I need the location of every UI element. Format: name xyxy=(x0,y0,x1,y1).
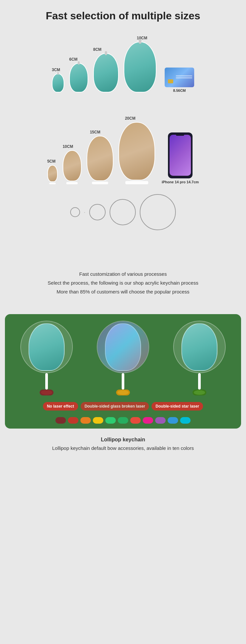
swatch-blue[interactable] xyxy=(168,417,178,424)
iphone-label: iPhone 14 pro 14.7cm xyxy=(162,180,199,184)
base-circle-2 xyxy=(89,204,106,220)
iphone-notch xyxy=(176,134,184,136)
lollipop-stick-3 xyxy=(198,373,201,390)
stand-label-20cm: 20CM xyxy=(125,116,135,121)
lollipop-images-row xyxy=(5,314,241,399)
keychain-char-8cm xyxy=(93,53,119,92)
stand-item-20cm: 20CM xyxy=(118,122,155,184)
swatch-dark-red[interactable] xyxy=(55,417,66,424)
size-item-8cm: 8CM xyxy=(93,53,119,92)
credit-card xyxy=(165,68,194,87)
stand-label-10cm: 10CM xyxy=(63,144,73,149)
bow-red xyxy=(40,390,53,395)
lollipop-glass-laser xyxy=(85,321,161,395)
effect-label-no-laser[interactable]: No laser effect xyxy=(43,402,78,411)
glass-laser-overlay xyxy=(97,321,149,372)
stand-item-10cm: 10CM xyxy=(63,150,82,184)
swatch-dark-green[interactable] xyxy=(118,417,128,424)
lollipop-char-star-laser xyxy=(181,323,217,371)
spacer-1 xyxy=(7,256,239,270)
lollipop-char-no-laser xyxy=(29,323,65,371)
swatch-red[interactable] xyxy=(68,417,78,424)
customization-section: Fast customization of various processes … xyxy=(0,247,246,309)
iphone-item: iPhone 14 pro 14.7cm xyxy=(162,132,199,184)
keychain-char-10cm xyxy=(124,42,156,92)
color-swatches-row xyxy=(5,415,241,429)
keyring-6cm xyxy=(78,61,80,65)
iphone-screen xyxy=(170,135,191,176)
size-label-6cm: 6CM xyxy=(69,57,77,62)
base-circle-3 xyxy=(110,199,136,225)
effect-labels-row: No laser effect Double-sided glass broke… xyxy=(5,399,241,415)
lollipop-circle-glass-laser xyxy=(97,321,149,373)
size-label-8cm: 8CM xyxy=(93,47,101,52)
keychain-char-6cm xyxy=(69,63,88,92)
size-item-3cm: 3CM xyxy=(52,73,64,92)
keyring-10cm xyxy=(139,39,141,44)
effect-label-star-laser[interactable]: Double-sided star laser xyxy=(152,402,203,411)
lollipop-circle-star-laser xyxy=(173,321,226,373)
lollipop-circle-no-laser xyxy=(20,321,73,373)
stand-char-5cm xyxy=(47,165,58,182)
lollipop-star-laser xyxy=(161,321,238,395)
bow-yellow xyxy=(116,390,130,395)
stand-label-5cm: 5CM xyxy=(47,159,55,164)
keychain-size-chart: 3CM 6CM 8CM 10CM xyxy=(0,29,246,109)
custom-line-2: Select the process, the following is our… xyxy=(7,278,239,287)
effect-label-glass-laser[interactable]: Double-sided glass broken laser xyxy=(81,402,149,411)
lollipop-bottom-section: Lollipop keychain Lollipop keychain defa… xyxy=(0,429,246,459)
lollipop-desc: Lollipop keychain default bow accessorie… xyxy=(7,444,239,453)
keychain-char-3cm xyxy=(52,73,64,92)
card-line-1 xyxy=(176,75,192,76)
keyring-3cm xyxy=(57,72,59,75)
size-label-3cm: 3CM xyxy=(52,68,60,72)
swatch-purple[interactable] xyxy=(155,417,166,424)
lollipop-no-laser xyxy=(8,321,85,395)
swatch-cyan[interactable] xyxy=(180,417,191,424)
lollipop-stick-1 xyxy=(45,373,48,390)
size-item-6cm: 6CM xyxy=(69,63,88,92)
spacer-2 xyxy=(7,296,239,303)
lollipop-section: No laser effect Double-sided glass broke… xyxy=(5,314,241,429)
swatch-green[interactable] xyxy=(105,417,116,424)
custom-line-3: More than 85% of customers will choose t… xyxy=(7,287,239,296)
stand-base-15cm xyxy=(92,182,108,184)
stand-char-20cm xyxy=(118,122,155,180)
stand-label-15cm: 15CM xyxy=(90,130,100,134)
stand-item-5cm: 5CM xyxy=(47,165,58,184)
stand-sizes-row: 5CM 10CM 15CM 20CM xyxy=(7,112,239,191)
bow-green xyxy=(193,390,206,395)
stand-base-5cm xyxy=(49,183,56,184)
swatch-orange[interactable] xyxy=(80,417,91,424)
swatch-light-red[interactable] xyxy=(130,417,141,424)
keyring-8cm xyxy=(105,51,107,55)
credit-card-label: 8.56CM xyxy=(173,89,186,92)
stand-base-20cm xyxy=(125,181,148,184)
swatch-yellow[interactable] xyxy=(93,417,103,424)
stand-char-15cm xyxy=(87,136,113,181)
credit-card-item: 8.56CM xyxy=(165,68,194,92)
size-label-10cm: 10CM xyxy=(137,36,147,40)
custom-line-1: Fast customization of various processes xyxy=(7,270,239,278)
stand-size-chart: 5CM 10CM 15CM 20CM xyxy=(0,109,246,247)
iphone-14-pro xyxy=(168,132,193,178)
lollipop-title: Lollipop keychain xyxy=(7,435,239,444)
card-line-2 xyxy=(176,77,192,78)
circle-separator: · xyxy=(84,210,85,215)
card-chip xyxy=(168,79,173,83)
size-item-10cm: 10CM xyxy=(124,42,156,92)
base-circle-4 xyxy=(140,194,176,230)
base-circles-row: · xyxy=(7,191,239,237)
stand-char-10cm xyxy=(63,150,82,181)
stand-item-15cm: 15CM xyxy=(87,136,113,184)
lollipop-stick-2 xyxy=(122,373,124,390)
page-title: Fast selection of multiple sizes xyxy=(0,0,246,29)
swatch-pink[interactable] xyxy=(143,417,153,424)
stand-base-10cm xyxy=(66,182,78,184)
keychain-sizes-row: 3CM 6CM 8CM 10CM xyxy=(7,32,239,99)
base-circle-1 xyxy=(70,207,80,217)
